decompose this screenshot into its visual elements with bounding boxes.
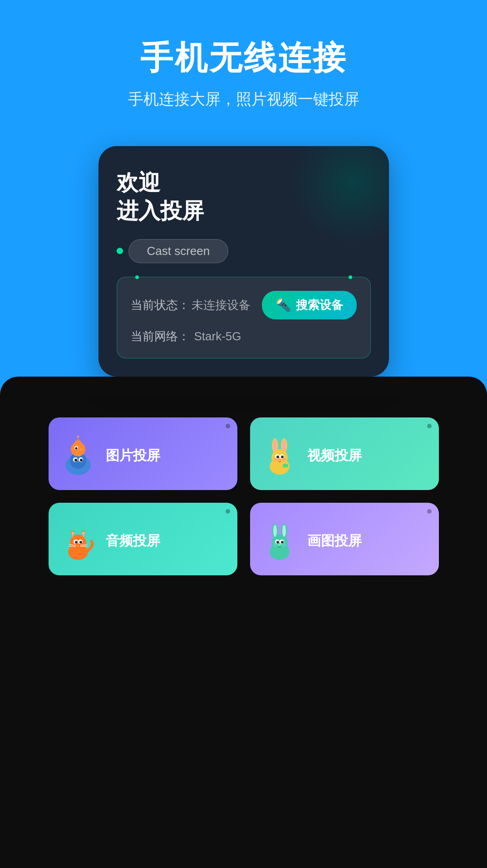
audio-cast-label: 音频投屏 xyxy=(106,532,160,550)
feature-card-draw-cast[interactable]: 画图投屏 xyxy=(250,503,439,575)
video-cast-label: 视频投屏 xyxy=(307,446,362,465)
video-cast-character xyxy=(259,436,300,476)
feature-card-image-cast[interactable]: 图片投屏 xyxy=(49,417,237,490)
svg-point-9 xyxy=(75,447,77,449)
flashlight-icon: 🔦 xyxy=(275,298,291,313)
phone-card-wrapper: 欢迎 进入投屏 Cast screen 当前状态： 未连接设备 🔦 搜索设备 当… xyxy=(0,132,487,377)
phone-card: 欢迎 进入投屏 Cast screen 当前状态： 未连接设备 🔦 搜索设备 当… xyxy=(98,146,389,377)
status-label-group: 当前状态： 未连接设备 xyxy=(131,297,251,313)
svg-point-47 xyxy=(282,525,286,537)
svg-point-36 xyxy=(79,541,82,544)
svg-point-5 xyxy=(80,459,83,461)
svg-point-53 xyxy=(273,543,278,547)
feature-card-audio-cast[interactable]: 音频投屏 xyxy=(49,503,237,575)
feature-grid: 图片投屏 xyxy=(49,417,439,575)
feature-dot-4 xyxy=(427,509,432,514)
main-title: 手机无线连接 xyxy=(140,36,347,80)
svg-point-4 xyxy=(74,459,77,461)
cast-screen-row: Cast screen xyxy=(117,239,371,263)
feature-card-video-cast[interactable]: 视频投屏 xyxy=(250,417,439,490)
search-btn-label: 搜索设备 xyxy=(296,297,343,313)
status-value: 未连接设备 xyxy=(192,298,251,312)
svg-point-46 xyxy=(273,525,277,537)
image-cast-label: 图片投屏 xyxy=(106,446,160,465)
svg-point-25 xyxy=(281,457,286,462)
status-label: 当前状态： xyxy=(131,298,190,312)
cast-screen-button[interactable]: Cast screen xyxy=(128,239,229,263)
cast-dot xyxy=(117,248,123,254)
top-section: 手机无线连接 手机连接大屏，照片视频一键投屏 xyxy=(0,0,487,132)
draw-cast-label: 画图投屏 xyxy=(307,532,362,550)
image-cast-character xyxy=(58,436,98,476)
svg-point-35 xyxy=(75,541,78,544)
svg-point-24 xyxy=(273,457,278,462)
audio-cast-character xyxy=(58,521,98,562)
svg-point-18 xyxy=(282,440,286,451)
welcome-text: 欢迎 进入投屏 xyxy=(117,169,371,226)
bottom-section: 图片投屏 xyxy=(0,395,487,868)
color-bridge xyxy=(0,377,487,395)
search-device-button[interactable]: 🔦 搜索设备 xyxy=(262,291,357,319)
svg-point-23 xyxy=(278,459,281,461)
svg-rect-26 xyxy=(283,464,288,467)
draw-cast-character xyxy=(259,521,300,562)
status-row: 当前状态： 未连接设备 🔦 搜索设备 xyxy=(131,291,357,319)
feature-dot xyxy=(226,424,230,428)
svg-point-17 xyxy=(273,440,277,451)
feature-dot-3 xyxy=(226,509,230,514)
status-card: 当前状态： 未连接设备 🔦 搜索设备 当前网络： Stark-5G xyxy=(117,277,371,358)
sub-title: 手机连接大屏，照片视频一键投屏 xyxy=(128,89,359,110)
network-value: Stark-5G xyxy=(194,329,241,343)
svg-point-54 xyxy=(281,543,286,547)
svg-point-52 xyxy=(278,544,281,546)
network-label: 当前网络： xyxy=(131,329,190,344)
svg-point-12 xyxy=(77,436,79,437)
feature-dot-2 xyxy=(427,424,432,428)
network-row: 当前网络： Stark-5G xyxy=(131,329,357,344)
